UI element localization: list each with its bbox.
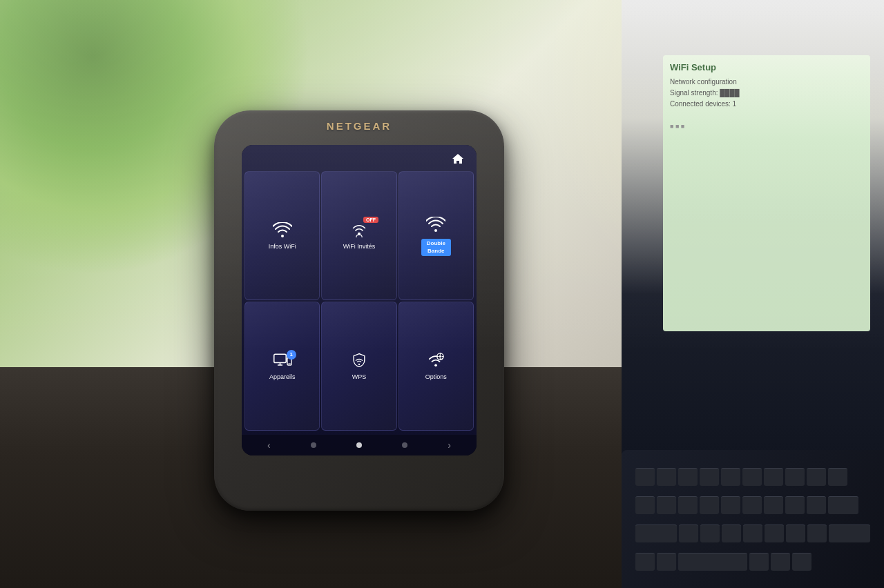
key [635,496,655,514]
laptop-keyboard [622,450,884,588]
key [657,468,676,486]
menu-label-appareils: Appareils [269,373,296,381]
key [657,496,676,514]
menu-item-wps[interactable]: WPS [321,302,396,431]
key [807,468,826,486]
key [764,468,783,486]
options-wifi-icon [426,353,445,371]
menu-label-wifi-invites: WiFi Invités [343,243,376,251]
double-wifi-icon [426,217,445,235]
menu-item-wifi-invites[interactable]: OFF WiFi Invités [321,171,396,300]
key [635,468,655,486]
nav-back-icon[interactable]: ‹ [267,440,271,451]
key [765,525,784,542]
menu-item-appareils[interactable]: 1 Appareils [244,302,320,431]
nav-dot-1 [311,442,316,448]
device-screen[interactable]: Infos WiFi [242,145,477,455]
netgear-device: NETGEAR [214,110,504,511]
key [722,525,741,542]
keyboard-keys [635,464,870,574]
home-button[interactable] [448,150,468,167]
menu-label-options: Options [425,373,447,381]
key [721,468,740,486]
menu-label-wps: WPS [352,373,367,381]
key [785,496,805,514]
off-badge: OFF [363,217,378,223]
key [742,496,762,514]
devices-icon: 1 [273,353,292,371]
nav-dot-3 [402,442,407,448]
devices-badge: 1 [287,350,296,360]
menu-label-infos-wifi: Infos WiFi [269,243,296,251]
menu-item-double-bande[interactable]: DoubleBande [398,171,474,300]
key [749,553,769,571]
key [721,496,740,514]
menu-item-options[interactable]: Options [398,302,474,431]
key [635,525,677,542]
nav-forward-icon[interactable]: › [448,440,451,451]
home-icon [452,153,464,164]
spacebar [678,553,747,571]
key [700,496,719,514]
key [700,468,719,486]
key [792,553,811,571]
key [635,553,655,571]
screen-bottombar: ‹ › [242,435,477,455]
key [657,553,676,571]
key [785,468,805,486]
key [771,553,790,571]
key [764,496,783,514]
key [679,525,698,542]
guest-wifi-icon: OFF [349,222,369,240]
key [786,525,805,542]
key [678,468,698,486]
svg-point-7 [439,355,442,358]
menu-grid: Infos WiFi [242,170,477,435]
key [828,496,858,514]
screen-content: Infos WiFi [242,145,477,455]
laptop-background: WiFi Setup Network configuration Signal … [622,0,884,588]
key [742,468,762,486]
key [678,496,698,514]
key [807,525,827,542]
wps-shield-icon [349,353,369,371]
screen-topbar [242,145,477,170]
svg-rect-1 [273,354,286,362]
device-body: NETGEAR [214,110,504,511]
key [807,496,826,514]
laptop-screen-content: WiFi Setup Network configuration Signal … [663,55,870,139]
wifi-icon [273,222,292,240]
laptop-screen: WiFi Setup Network configuration Signal … [663,55,870,331]
brand-area: NETGEAR [214,120,504,133]
key [700,525,720,542]
menu-item-infos-wifi[interactable]: Infos WiFi [244,171,320,300]
brand-logo: NETGEAR [327,120,392,132]
double-bande-badge: DoubleBande [421,239,451,256]
key [828,468,847,486]
key [829,525,870,542]
nav-dot-2 [356,442,362,448]
key [743,525,762,542]
